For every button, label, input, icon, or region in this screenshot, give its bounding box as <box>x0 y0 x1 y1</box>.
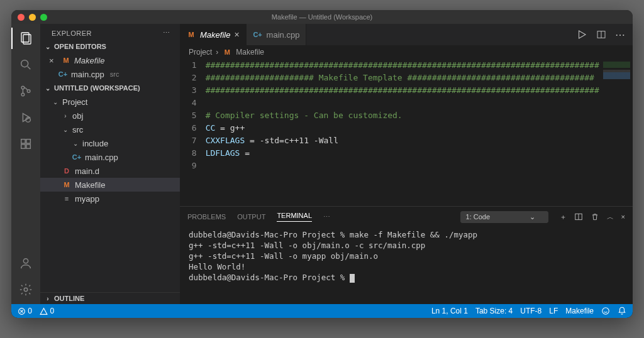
extensions-icon[interactable] <box>18 136 34 152</box>
settings-icon[interactable] <box>18 281 34 298</box>
terminal[interactable]: dubbelda@Davids-Mac-Pro Project % make -… <box>180 227 633 304</box>
split-terminal-icon[interactable] <box>574 212 583 221</box>
tab-makefile[interactable]: M Makefile × <box>180 24 247 45</box>
close-icon[interactable]: × <box>49 56 58 65</box>
breadcrumb-file[interactable]: Makefile <box>236 48 264 57</box>
editor-split: 123456789 ##############################… <box>180 59 633 206</box>
search-icon[interactable] <box>18 57 34 73</box>
panel-actions: ＋ ︿ × <box>560 212 625 222</box>
minimize-window-button[interactable] <box>29 14 36 21</box>
close-icon[interactable]: × <box>234 30 239 40</box>
makefile-icon: M <box>186 30 196 40</box>
traffic-lights <box>18 14 47 21</box>
gutter: 123456789 <box>180 59 206 206</box>
status-eol[interactable]: LF <box>549 307 558 315</box>
folder-src[interactable]: ⌄ src <box>40 123 180 136</box>
more-icon[interactable]: ⋯ <box>323 213 330 221</box>
kill-terminal-icon[interactable] <box>591 212 599 221</box>
chevron-right-icon: › <box>62 112 69 119</box>
more-icon[interactable]: ⋯ <box>615 29 625 41</box>
breadcrumb-parent[interactable]: Project <box>189 48 212 57</box>
explorer-icon[interactable] <box>18 30 34 46</box>
svg-point-14 <box>24 288 28 292</box>
chevron-down-icon: ⌄ <box>62 126 69 133</box>
file-icon: ≡ <box>62 194 72 204</box>
panel-tab-output[interactable]: OUTPUT <box>237 213 265 221</box>
window-title: Makefile — Untitled (Workspace) <box>272 13 373 21</box>
code-pane[interactable]: 123456789 ##############################… <box>180 59 633 206</box>
file-maind[interactable]: D main.d <box>40 164 180 178</box>
open-editor-label: main.cpp <box>71 70 104 79</box>
terminal-selector-label: 1: Code <box>466 213 491 221</box>
tabs: M Makefile × C+ main.cpp ⋯ <box>180 24 633 45</box>
sidebar: EXPLORER ⋯ ⌄ OPEN EDITORS × M Makefile C… <box>40 24 180 304</box>
sidebar-title: EXPLORER <box>52 30 92 37</box>
tabs-actions: ⋯ <box>569 24 633 45</box>
open-editor-sublabel: src <box>110 70 119 78</box>
panel-tab-terminal[interactable]: TERMINAL <box>277 212 312 222</box>
bottom-panel: PROBLEMS OUTPUT TERMINAL ⋯ 1: Code ⌄ ＋ ︿ <box>180 206 633 304</box>
chevron-down-icon: ⌄ <box>44 43 52 50</box>
tab-maincpp[interactable]: C+ main.cpp <box>247 24 307 45</box>
run-icon[interactable] <box>576 29 587 40</box>
open-editors-tree: × M Makefile C+ main.cpp src <box>40 52 180 82</box>
file-label: main.d <box>75 166 99 176</box>
svg-rect-0 <box>21 33 29 42</box>
close-window-button[interactable] <box>18 14 25 21</box>
svg-point-5 <box>21 93 25 96</box>
split-editor-icon[interactable] <box>596 30 606 40</box>
status-language[interactable]: Makefile <box>565 307 594 315</box>
panel-tab-problems[interactable]: PROBLEMS <box>187 213 226 221</box>
sidebar-header: EXPLORER ⋯ <box>40 24 180 41</box>
svg-marker-15 <box>579 31 586 38</box>
status-lncol[interactable]: Ln 1, Col 1 <box>431 307 468 315</box>
code-lines[interactable]: ########################################… <box>206 59 599 206</box>
open-editors-header[interactable]: ⌄ OPEN EDITORS <box>40 41 180 52</box>
svg-rect-11 <box>26 144 30 148</box>
panel-tabs: PROBLEMS OUTPUT TERMINAL ⋯ 1: Code ⌄ ＋ ︿ <box>180 207 633 227</box>
open-editors-label: OPEN EDITORS <box>54 43 106 50</box>
file-myapp[interactable]: ≡ myapp <box>40 192 180 205</box>
makefile-icon: M <box>61 55 71 65</box>
svg-point-23 <box>602 308 609 315</box>
feedback-icon[interactable] <box>601 307 610 315</box>
svg-point-6 <box>27 90 30 93</box>
folder-include[interactable]: ⌄ include <box>40 136 180 150</box>
maximize-window-button[interactable] <box>40 14 47 21</box>
statusbar: 0 0 Ln 1, Col 1 Tab Size: 4 UTF-8 LF Mak… <box>11 304 633 318</box>
open-editor-maincpp[interactable]: C+ main.cpp src <box>40 67 180 81</box>
titlebar[interactable]: Makefile — Untitled (Workspace) <box>11 10 633 24</box>
file-makefile[interactable]: M Makefile <box>40 178 180 192</box>
file-maincpp[interactable]: C+ main.cpp <box>40 150 180 164</box>
folder-obj[interactable]: › obj <box>40 109 180 123</box>
cpp-icon: C+ <box>58 69 68 79</box>
terminal-selector[interactable]: 1: Code ⌄ <box>460 211 548 223</box>
file-label: myapp <box>75 194 99 204</box>
notifications-icon[interactable] <box>618 307 626 315</box>
workspace-header[interactable]: ⌄ UNTITLED (WORKSPACE) <box>40 82 180 94</box>
status-encoding[interactable]: UTF-8 <box>520 307 541 315</box>
open-editor-makefile[interactable]: × M Makefile <box>40 53 180 67</box>
chevron-down-icon: ⌄ <box>44 85 52 92</box>
sidebar-more-icon[interactable]: ⋯ <box>163 29 170 37</box>
breadcrumb[interactable]: Project › M Makefile <box>180 45 633 59</box>
status-errors[interactable]: 0 <box>18 307 32 315</box>
status-tabsize[interactable]: Tab Size: 4 <box>475 307 513 315</box>
chevron-right-icon: › <box>44 295 52 302</box>
minimap[interactable] <box>599 59 633 206</box>
outline-header[interactable]: › OUTLINE <box>40 292 180 304</box>
folder-project[interactable]: ⌄ Project <box>40 95 180 109</box>
svg-point-4 <box>21 86 25 89</box>
outline-label: OUTLINE <box>54 295 84 302</box>
source-control-icon[interactable] <box>18 83 34 99</box>
debug-icon[interactable] <box>18 109 34 126</box>
close-panel-icon[interactable]: × <box>621 213 625 221</box>
svg-point-13 <box>23 259 28 263</box>
accounts-icon[interactable] <box>18 255 34 271</box>
new-terminal-icon[interactable]: ＋ <box>560 212 567 222</box>
main-body: EXPLORER ⋯ ⌄ OPEN EDITORS × M Makefile C… <box>11 24 633 304</box>
svg-rect-1 <box>23 35 31 44</box>
folder-label: Project <box>62 97 87 107</box>
status-warnings[interactable]: 0 <box>40 307 54 315</box>
maximize-panel-icon[interactable]: ︿ <box>607 212 614 222</box>
